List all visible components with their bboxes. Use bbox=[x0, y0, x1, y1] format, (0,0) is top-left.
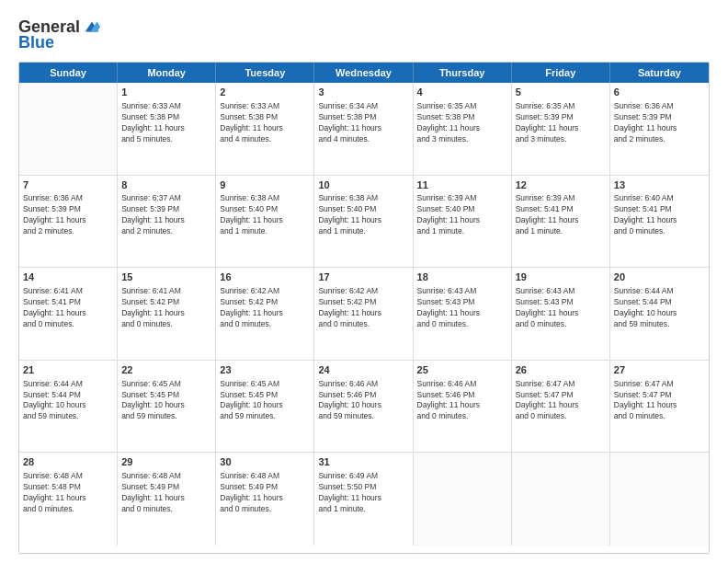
day-number: 16 bbox=[220, 270, 310, 284]
calendar-cell: 27Sunrise: 6:47 AM Sunset: 5:47 PM Dayli… bbox=[610, 361, 709, 453]
calendar-header: SundayMondayTuesdayWednesdayThursdayFrid… bbox=[19, 63, 709, 83]
calendar-cell: 9Sunrise: 6:38 AM Sunset: 5:40 PM Daylig… bbox=[216, 176, 314, 268]
cell-info: Sunrise: 6:36 AM Sunset: 5:39 PM Dayligh… bbox=[614, 101, 705, 145]
cell-info: Sunrise: 6:46 AM Sunset: 5:46 PM Dayligh… bbox=[318, 379, 408, 423]
cell-info: Sunrise: 6:41 AM Sunset: 5:41 PM Dayligh… bbox=[23, 286, 113, 330]
calendar-cell bbox=[19, 83, 118, 175]
cell-info: Sunrise: 6:39 AM Sunset: 5:40 PM Dayligh… bbox=[417, 193, 507, 237]
day-number: 24 bbox=[318, 363, 408, 377]
cell-info: Sunrise: 6:38 AM Sunset: 5:40 PM Dayligh… bbox=[220, 193, 310, 237]
day-number: 12 bbox=[516, 178, 606, 192]
calendar-cell: 25Sunrise: 6:46 AM Sunset: 5:46 PM Dayli… bbox=[414, 361, 512, 453]
cell-info: Sunrise: 6:44 AM Sunset: 5:44 PM Dayligh… bbox=[23, 379, 113, 423]
cell-info: Sunrise: 6:47 AM Sunset: 5:47 PM Dayligh… bbox=[516, 379, 606, 423]
cell-info: Sunrise: 6:42 AM Sunset: 5:42 PM Dayligh… bbox=[318, 286, 408, 330]
header: General Blue bbox=[18, 17, 710, 52]
calendar-cell: 7Sunrise: 6:36 AM Sunset: 5:39 PM Daylig… bbox=[19, 176, 118, 268]
day-number: 3 bbox=[318, 86, 408, 99]
day-number: 17 bbox=[318, 270, 408, 284]
calendar-cell: 13Sunrise: 6:40 AM Sunset: 5:41 PM Dayli… bbox=[610, 176, 709, 268]
day-number: 31 bbox=[318, 455, 408, 469]
cell-info: Sunrise: 6:43 AM Sunset: 5:43 PM Dayligh… bbox=[516, 286, 606, 330]
calendar-row-4: 21Sunrise: 6:44 AM Sunset: 5:44 PM Dayli… bbox=[19, 361, 709, 454]
calendar-cell: 18Sunrise: 6:43 AM Sunset: 5:43 PM Dayli… bbox=[414, 268, 512, 360]
calendar-cell: 17Sunrise: 6:42 AM Sunset: 5:42 PM Dayli… bbox=[314, 268, 413, 360]
day-number: 26 bbox=[516, 363, 606, 377]
calendar-cell: 14Sunrise: 6:41 AM Sunset: 5:41 PM Dayli… bbox=[19, 268, 118, 360]
header-day-tuesday: Tuesday bbox=[216, 63, 314, 83]
header-day-wednesday: Wednesday bbox=[314, 63, 413, 83]
calendar: SundayMondayTuesdayWednesdayThursdayFrid… bbox=[18, 62, 710, 554]
calendar-body: 1Sunrise: 6:33 AM Sunset: 5:38 PM Daylig… bbox=[19, 83, 709, 546]
day-number: 2 bbox=[220, 86, 310, 99]
cell-info: Sunrise: 6:35 AM Sunset: 5:39 PM Dayligh… bbox=[516, 101, 606, 145]
calendar-cell: 12Sunrise: 6:39 AM Sunset: 5:41 PM Dayli… bbox=[512, 176, 610, 268]
day-number: 10 bbox=[318, 178, 408, 192]
calendar-cell: 5Sunrise: 6:35 AM Sunset: 5:39 PM Daylig… bbox=[512, 83, 610, 175]
cell-info: Sunrise: 6:42 AM Sunset: 5:42 PM Dayligh… bbox=[220, 286, 310, 330]
cell-info: Sunrise: 6:33 AM Sunset: 5:38 PM Dayligh… bbox=[121, 101, 211, 145]
day-number: 5 bbox=[516, 86, 606, 99]
calendar-cell: 15Sunrise: 6:41 AM Sunset: 5:42 PM Dayli… bbox=[118, 268, 216, 360]
calendar-cell: 6Sunrise: 6:36 AM Sunset: 5:39 PM Daylig… bbox=[610, 83, 709, 175]
page: General Blue SundayMondayTuesdayWednesda… bbox=[0, 0, 728, 563]
day-number: 21 bbox=[23, 363, 113, 377]
calendar-cell: 8Sunrise: 6:37 AM Sunset: 5:39 PM Daylig… bbox=[118, 176, 216, 268]
calendar-row-2: 7Sunrise: 6:36 AM Sunset: 5:39 PM Daylig… bbox=[19, 176, 709, 269]
logo: General Blue bbox=[18, 17, 102, 52]
header-day-saturday: Saturday bbox=[610, 63, 709, 83]
header-day-sunday: Sunday bbox=[19, 63, 118, 83]
cell-info: Sunrise: 6:41 AM Sunset: 5:42 PM Dayligh… bbox=[121, 286, 211, 330]
cell-info: Sunrise: 6:49 AM Sunset: 5:50 PM Dayligh… bbox=[318, 471, 408, 515]
day-number: 23 bbox=[220, 363, 310, 377]
cell-info: Sunrise: 6:39 AM Sunset: 5:41 PM Dayligh… bbox=[516, 193, 606, 237]
day-number: 8 bbox=[121, 178, 211, 192]
day-number: 19 bbox=[516, 270, 606, 284]
calendar-cell: 10Sunrise: 6:38 AM Sunset: 5:40 PM Dayli… bbox=[314, 176, 413, 268]
cell-info: Sunrise: 6:48 AM Sunset: 5:49 PM Dayligh… bbox=[220, 471, 310, 515]
cell-info: Sunrise: 6:48 AM Sunset: 5:49 PM Dayligh… bbox=[121, 471, 211, 515]
cell-info: Sunrise: 6:45 AM Sunset: 5:45 PM Dayligh… bbox=[121, 379, 211, 423]
calendar-cell bbox=[610, 453, 709, 546]
calendar-cell: 29Sunrise: 6:48 AM Sunset: 5:49 PM Dayli… bbox=[118, 453, 216, 546]
header-day-monday: Monday bbox=[118, 63, 216, 83]
cell-info: Sunrise: 6:46 AM Sunset: 5:46 PM Dayligh… bbox=[417, 379, 507, 423]
cell-info: Sunrise: 6:36 AM Sunset: 5:39 PM Dayligh… bbox=[23, 193, 113, 237]
cell-info: Sunrise: 6:40 AM Sunset: 5:41 PM Dayligh… bbox=[614, 193, 705, 237]
day-number: 11 bbox=[417, 178, 507, 192]
day-number: 13 bbox=[614, 178, 705, 192]
calendar-cell: 21Sunrise: 6:44 AM Sunset: 5:44 PM Dayli… bbox=[19, 361, 118, 453]
day-number: 15 bbox=[121, 270, 211, 284]
calendar-cell: 28Sunrise: 6:48 AM Sunset: 5:48 PM Dayli… bbox=[19, 453, 118, 546]
cell-info: Sunrise: 6:35 AM Sunset: 5:38 PM Dayligh… bbox=[417, 101, 507, 145]
day-number: 25 bbox=[417, 363, 507, 377]
day-number: 4 bbox=[417, 86, 507, 99]
day-number: 18 bbox=[417, 270, 507, 284]
day-number: 27 bbox=[614, 363, 705, 377]
cell-info: Sunrise: 6:45 AM Sunset: 5:45 PM Dayligh… bbox=[220, 379, 310, 423]
header-day-friday: Friday bbox=[512, 63, 610, 83]
calendar-row-1: 1Sunrise: 6:33 AM Sunset: 5:38 PM Daylig… bbox=[19, 83, 709, 176]
cell-info: Sunrise: 6:47 AM Sunset: 5:47 PM Dayligh… bbox=[614, 379, 705, 423]
calendar-cell: 20Sunrise: 6:44 AM Sunset: 5:44 PM Dayli… bbox=[610, 268, 709, 360]
cell-info: Sunrise: 6:33 AM Sunset: 5:38 PM Dayligh… bbox=[220, 101, 310, 145]
calendar-cell: 3Sunrise: 6:34 AM Sunset: 5:38 PM Daylig… bbox=[314, 83, 413, 175]
calendar-cell: 4Sunrise: 6:35 AM Sunset: 5:38 PM Daylig… bbox=[414, 83, 512, 175]
calendar-cell: 19Sunrise: 6:43 AM Sunset: 5:43 PM Dayli… bbox=[512, 268, 610, 360]
cell-info: Sunrise: 6:37 AM Sunset: 5:39 PM Dayligh… bbox=[121, 193, 211, 237]
cell-info: Sunrise: 6:38 AM Sunset: 5:40 PM Dayligh… bbox=[318, 193, 408, 237]
calendar-cell: 2Sunrise: 6:33 AM Sunset: 5:38 PM Daylig… bbox=[216, 83, 314, 175]
day-number: 14 bbox=[23, 270, 113, 284]
day-number: 6 bbox=[614, 86, 705, 99]
day-number: 20 bbox=[614, 270, 705, 284]
calendar-cell: 24Sunrise: 6:46 AM Sunset: 5:46 PM Dayli… bbox=[314, 361, 413, 453]
calendar-cell: 30Sunrise: 6:48 AM Sunset: 5:49 PM Dayli… bbox=[216, 453, 314, 546]
calendar-cell: 31Sunrise: 6:49 AM Sunset: 5:50 PM Dayli… bbox=[314, 453, 413, 546]
calendar-cell: 26Sunrise: 6:47 AM Sunset: 5:47 PM Dayli… bbox=[512, 361, 610, 453]
day-number: 22 bbox=[121, 363, 211, 377]
calendar-cell bbox=[414, 453, 512, 546]
cell-info: Sunrise: 6:44 AM Sunset: 5:44 PM Dayligh… bbox=[614, 286, 705, 330]
logo-icon bbox=[82, 17, 102, 37]
day-number: 7 bbox=[23, 178, 113, 192]
calendar-row-3: 14Sunrise: 6:41 AM Sunset: 5:41 PM Dayli… bbox=[19, 268, 709, 361]
